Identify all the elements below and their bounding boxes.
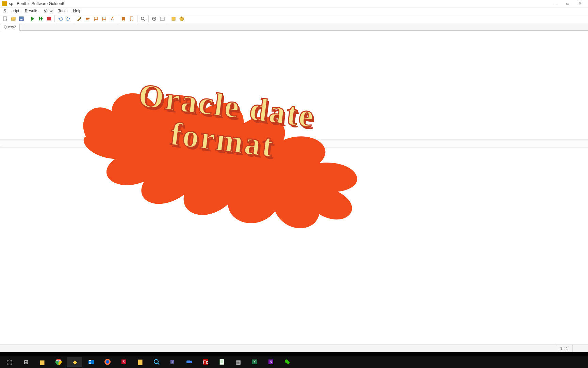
svg-rect-8 (172, 17, 175, 20)
excel-red-icon[interactable]: S (116, 357, 131, 367)
settings-button[interactable] (150, 15, 158, 22)
format-button[interactable] (84, 15, 92, 22)
black-strip (0, 352, 588, 356)
query-tabs: Query2 (0, 23, 588, 31)
svg-rect-23 (186, 361, 191, 363)
svg-point-17 (106, 360, 109, 364)
svg-text:S: S (123, 360, 125, 364)
bookmark-next-button[interactable] (128, 15, 135, 22)
status-blank (572, 345, 585, 352)
sql-editor[interactable] (0, 31, 588, 139)
maximize-button[interactable]: ▭ (561, 1, 574, 7)
redo-button[interactable] (65, 15, 72, 22)
results-header: . (0, 141, 588, 148)
window-title: sp - Benthic Software Golden6 (9, 1, 64, 6)
close-button[interactable]: ✕ (574, 1, 586, 7)
search-icon[interactable] (149, 357, 164, 367)
notepad-icon[interactable] (214, 357, 229, 367)
svg-point-6 (153, 18, 155, 19)
wechat-icon[interactable] (280, 357, 295, 367)
excel-icon[interactable]: X (247, 357, 262, 367)
bookmark-button[interactable] (120, 15, 127, 22)
run-button[interactable] (29, 15, 36, 22)
start-button[interactable]: ◯ (2, 357, 17, 367)
svg-point-4 (141, 17, 144, 20)
save-button[interactable] (18, 15, 25, 22)
cursor-position: 1 : 1 (556, 345, 572, 352)
onenote-icon[interactable]: N (263, 357, 278, 367)
svg-text:X: X (254, 360, 256, 364)
svg-rect-26 (220, 359, 224, 365)
svg-rect-7 (160, 17, 164, 20)
firefox-icon[interactable] (100, 357, 115, 367)
uncomment-button[interactable] (100, 15, 108, 22)
results-grid[interactable] (0, 148, 588, 344)
chrome-icon[interactable] (51, 357, 66, 367)
comment-button[interactable] (92, 15, 100, 22)
tab-query2[interactable]: Query2 (0, 24, 20, 31)
toolbar: A ? (0, 14, 588, 23)
svg-text:Fz: Fz (203, 359, 208, 365)
uppercase-button[interactable]: A (109, 15, 116, 22)
find-button[interactable] (139, 15, 147, 22)
menubar: Script Results View Tools Help (0, 7, 588, 14)
media-icon[interactable]: ▦ (231, 357, 246, 367)
svg-rect-3 (47, 17, 51, 20)
file-explorer-icon[interactable]: ▆ (35, 357, 50, 367)
outlook-icon[interactable] (84, 357, 99, 367)
svg-rect-2 (20, 19, 22, 20)
window-titlebar: sp - Benthic Software Golden6 ─ ▭ ✕ (0, 0, 588, 7)
stop-button[interactable] (45, 15, 53, 22)
explorer-button[interactable] (159, 15, 166, 22)
windows-taskbar: ◯ ⊞ ▆ ◆ S ▇ T Fz ▦ X N (0, 356, 588, 368)
camera-icon[interactable] (182, 357, 197, 367)
menu-tools[interactable]: Tools (55, 8, 70, 14)
svg-point-32 (287, 361, 290, 364)
app-icon (2, 1, 7, 6)
sticky-notes-icon[interactable]: ▇ (133, 357, 148, 367)
menu-view[interactable]: View (41, 8, 55, 14)
new-button[interactable] (1, 15, 9, 22)
open-button[interactable] (10, 15, 17, 22)
menu-help[interactable]: Help (70, 8, 84, 14)
menu-script[interactable]: Script (1, 8, 22, 14)
golden-app-icon[interactable]: ◆ (67, 357, 82, 367)
run-script-button[interactable] (37, 15, 45, 22)
edit-button[interactable] (76, 15, 83, 22)
help-button[interactable]: ? (178, 15, 185, 22)
filezilla-icon[interactable]: Fz (198, 357, 213, 367)
svg-point-15 (89, 361, 91, 363)
statusbar: 1 : 1 (0, 344, 588, 352)
task-view-button[interactable]: ⊞ (18, 357, 33, 367)
undo-button[interactable] (56, 15, 64, 22)
teams-icon[interactable]: T (165, 357, 180, 367)
minimize-button[interactable]: ─ (549, 1, 561, 7)
options-button[interactable] (170, 15, 177, 22)
menu-results[interactable]: Results (22, 8, 41, 14)
svg-text:?: ? (181, 17, 183, 21)
svg-text:T: T (171, 360, 173, 364)
svg-text:N: N (270, 360, 272, 364)
svg-rect-0 (3, 17, 6, 21)
